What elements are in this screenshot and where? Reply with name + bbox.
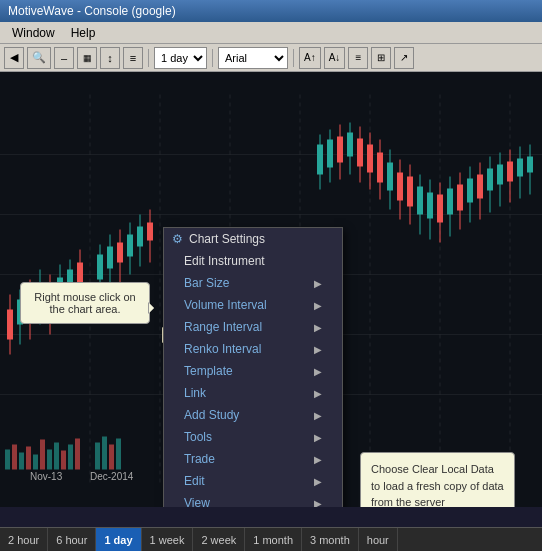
menu-bar: Window Help: [0, 22, 542, 44]
ctx-link[interactable]: Link ▶: [164, 382, 342, 404]
svg-rect-29: [97, 255, 103, 280]
svg-rect-90: [47, 450, 52, 470]
toolbar-sep-2: [212, 49, 213, 67]
tooltip-left-text: Right mouse click on the chart area.: [34, 291, 136, 315]
svg-rect-35: [127, 235, 133, 257]
svg-rect-65: [437, 195, 443, 223]
toolbar-btn-6[interactable]: ≡: [123, 47, 143, 69]
svg-rect-73: [477, 175, 483, 199]
svg-rect-84: [5, 450, 10, 470]
toolbar-align[interactable]: ≡: [348, 47, 368, 69]
context-menu-header: ⚙ Chart Settings: [164, 228, 342, 250]
svg-rect-75: [487, 169, 493, 191]
svg-rect-81: [517, 159, 523, 177]
time-btn-6hour[interactable]: 6 hour: [48, 528, 96, 551]
svg-rect-51: [367, 145, 373, 173]
time-btn-1month[interactable]: 1 month: [245, 528, 302, 551]
svg-rect-59: [407, 177, 413, 207]
svg-rect-39: [147, 223, 153, 241]
svg-rect-33: [117, 243, 123, 263]
arrow-icon: ▶: [314, 344, 322, 355]
toolbar-font-larger[interactable]: A↑: [299, 47, 321, 69]
arrow-icon: ▶: [314, 498, 322, 508]
arrow-icon: ▶: [314, 322, 322, 333]
title-bar: MotiveWave - Console (google): [0, 0, 542, 22]
ctx-trade[interactable]: Trade ▶: [164, 448, 342, 470]
arrow-icon: ▶: [314, 476, 322, 487]
svg-rect-31: [107, 247, 113, 269]
svg-rect-71: [467, 179, 473, 203]
arrow-icon: ▶: [314, 278, 322, 289]
toolbar-grid[interactable]: ⊞: [371, 47, 391, 69]
svg-rect-98: [116, 439, 121, 470]
svg-rect-41: [317, 145, 323, 175]
time-btn-hour[interactable]: hour: [359, 528, 398, 551]
svg-rect-67: [447, 189, 453, 215]
toolbar-arrow[interactable]: ↗: [394, 47, 414, 69]
svg-rect-85: [12, 445, 17, 470]
time-btn-2hour[interactable]: 2 hour: [0, 528, 48, 551]
svg-rect-94: [75, 439, 80, 470]
toolbar-font-smaller[interactable]: A↓: [324, 47, 346, 69]
svg-rect-83: [527, 157, 533, 173]
ctx-edit[interactable]: Edit ▶: [164, 470, 342, 492]
svg-text:Nov-13: Nov-13: [30, 471, 63, 482]
toolbar-btn-1[interactable]: ◀: [4, 47, 24, 69]
svg-rect-89: [40, 440, 45, 470]
svg-rect-87: [26, 447, 31, 470]
menu-window[interactable]: Window: [4, 24, 63, 42]
arrow-icon: ▶: [314, 366, 322, 377]
settings-icon: ⚙: [172, 232, 183, 246]
ctx-tools[interactable]: Tools ▶: [164, 426, 342, 448]
svg-rect-93: [68, 445, 73, 470]
svg-rect-77: [497, 165, 503, 185]
svg-rect-69: [457, 185, 463, 211]
arrow-icon: ▶: [314, 432, 322, 443]
toolbar-btn-chart[interactable]: ▦: [77, 47, 97, 69]
tooltip-right: Choose Clear Local Data to load a fresh …: [360, 452, 515, 507]
svg-rect-96: [102, 437, 107, 470]
time-btn-2week[interactable]: 2 week: [193, 528, 245, 551]
svg-rect-92: [61, 451, 66, 470]
chart-area[interactable]: Nov-13 Dec-2014 2006 2007 2008 2009 2010…: [0, 72, 542, 507]
time-btn-1week[interactable]: 1 week: [142, 528, 194, 551]
time-btn-3month[interactable]: 3 month: [302, 528, 359, 551]
tooltip-right-text: Choose Clear Local Data to load a fresh …: [371, 463, 504, 507]
interval-select[interactable]: 1 day: [154, 47, 207, 69]
context-menu: ⚙ Chart Settings Edit Instrument Bar Siz…: [163, 227, 343, 507]
font-select[interactable]: Arial: [218, 47, 288, 69]
svg-rect-45: [337, 137, 343, 163]
svg-rect-91: [54, 443, 59, 470]
svg-rect-86: [19, 453, 24, 470]
ctx-bar-size[interactable]: Bar Size ▶: [164, 272, 342, 294]
svg-rect-97: [109, 445, 114, 470]
arrow-icon: ▶: [314, 388, 322, 399]
svg-rect-61: [417, 187, 423, 215]
ctx-range-interval[interactable]: Range Interval ▶: [164, 316, 342, 338]
toolbar-btn-2[interactable]: 🔍: [27, 47, 51, 69]
svg-rect-88: [33, 455, 38, 470]
svg-rect-13: [7, 310, 13, 340]
arrow-icon: ▶: [314, 410, 322, 421]
chart-settings-label[interactable]: Chart Settings: [189, 232, 265, 246]
ctx-view[interactable]: View ▶: [164, 492, 342, 507]
toolbar-btn-5[interactable]: ↕: [100, 47, 120, 69]
menu-help[interactable]: Help: [63, 24, 104, 42]
svg-rect-47: [347, 133, 353, 157]
svg-rect-49: [357, 139, 363, 167]
ctx-renko-interval[interactable]: Renko Interval ▶: [164, 338, 342, 360]
time-btn-1day[interactable]: 1 day: [96, 528, 141, 551]
svg-rect-53: [377, 153, 383, 183]
time-bar: 2 hour 6 hour 1 day 1 week 2 week 1 mont…: [0, 527, 542, 551]
ctx-template[interactable]: Template ▶: [164, 360, 342, 382]
svg-rect-43: [327, 140, 333, 168]
svg-rect-95: [95, 443, 100, 470]
toolbar: ◀ 🔍 – ▦ ↕ ≡ 1 day Arial A↑ A↓ ≡ ⊞ ↗: [0, 44, 542, 72]
ctx-add-study[interactable]: Add Study ▶: [164, 404, 342, 426]
toolbar-btn-3[interactable]: –: [54, 47, 74, 69]
svg-rect-79: [507, 162, 513, 182]
ctx-volume-interval[interactable]: Volume Interval ▶: [164, 294, 342, 316]
svg-rect-55: [387, 163, 393, 191]
svg-rect-63: [427, 193, 433, 219]
ctx-edit-instrument[interactable]: Edit Instrument: [164, 250, 342, 272]
